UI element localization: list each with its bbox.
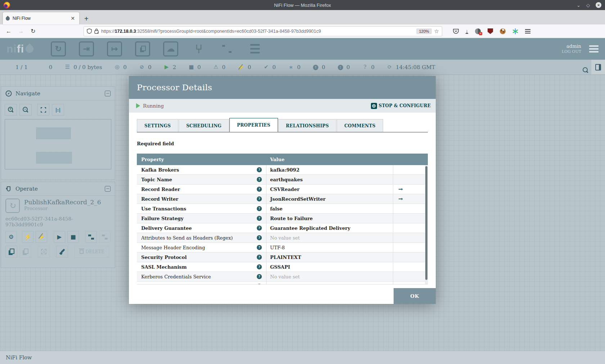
properties-table-body: Kafka Brokers?kafka:9092Topic Name?earth… <box>137 165 428 285</box>
collapse-operate-icon[interactable]: − <box>105 186 111 192</box>
dialog-tabs: SETTINGSSCHEDULINGPROPERTIESRELATIONSHIP… <box>137 119 428 132</box>
back-button[interactable]: ← <box>4 28 14 35</box>
tab-comments[interactable]: COMMENTS <box>337 119 383 132</box>
window-menu-chevron-icon[interactable]: ⌄ <box>577 3 581 8</box>
table-row[interactable]: Record Reader?CSVReader→ <box>137 185 428 194</box>
template-component-icon[interactable] <box>219 41 234 56</box>
change-color-button[interactable] <box>56 246 68 258</box>
window-restore-icon[interactable]: ◇ <box>586 3 590 8</box>
disable-button[interactable]: ⚡ <box>36 231 47 243</box>
zoom-out-button[interactable] <box>19 104 32 115</box>
trash-icon <box>80 250 84 254</box>
table-row[interactable]: Use Transactions?false <box>137 204 428 214</box>
help-icon[interactable]: ? <box>257 187 262 192</box>
table-row[interactable]: Attributes to Send as Headers (Regex)?No… <box>137 233 428 243</box>
help-icon[interactable]: ? <box>257 206 262 211</box>
table-row[interactable]: Kafka Brokers?kafka:9092 <box>137 165 428 175</box>
breadcrumb[interactable]: NiFi Flow <box>6 355 32 360</box>
cookie-extension-icon[interactable] <box>500 28 506 34</box>
status-item-running: ▶2 <box>163 64 176 70</box>
delete-button[interactable]: DELETE <box>75 246 109 258</box>
enable-button[interactable]: ⚡ <box>22 231 33 243</box>
table-row[interactable]: Delivery Guarantee?Guarantee Replicated … <box>137 223 428 233</box>
table-row[interactable]: Message Header Encoding?UTF-8 <box>137 243 428 252</box>
url-bar[interactable]: https://172.18.0.3:32558/nifi/?processGr… <box>84 26 442 36</box>
table-scrollbar-thumb[interactable] <box>425 166 427 280</box>
logout-link[interactable]: LOG OUT <box>562 49 581 55</box>
property-value: No value set <box>270 284 300 285</box>
input-port-component-icon[interactable]: ⇥ <box>79 41 94 56</box>
help-icon[interactable]: ? <box>257 284 262 285</box>
forward-button[interactable]: → <box>16 28 26 35</box>
table-row[interactable]: Topic Name?earthquakes <box>137 175 428 185</box>
help-icon[interactable]: ? <box>257 196 262 201</box>
table-row[interactable]: Kerberos Credentials Service?No value se… <box>137 272 428 282</box>
go-to-service-icon[interactable]: → <box>398 186 403 192</box>
zoom-level-badge[interactable]: 120% <box>416 28 431 34</box>
last-refresh-time: 14:45:08 GMT <box>396 64 435 70</box>
output-port-component-icon[interactable]: ↦ <box>107 41 122 56</box>
help-icon[interactable]: ? <box>257 177 262 182</box>
stop-button[interactable]: ■ <box>67 231 79 243</box>
birdseye-minimap[interactable] <box>5 119 111 169</box>
help-icon[interactable]: ? <box>257 235 262 240</box>
go-to-service-icon[interactable]: → <box>398 196 403 202</box>
help-icon[interactable]: ? <box>257 216 262 221</box>
help-icon[interactable]: ? <box>257 245 262 250</box>
processor-component-icon[interactable]: ↻ <box>51 41 66 56</box>
tab-close-icon[interactable]: ✕ <box>69 15 76 21</box>
new-tab-button[interactable]: + <box>79 15 94 24</box>
downloads-icon[interactable]: ↓ <box>466 29 468 34</box>
extension-asterisk-icon[interactable] <box>512 28 518 34</box>
window-close-icon[interactable]: × <box>596 2 601 8</box>
ok-button[interactable]: OK <box>394 288 436 304</box>
help-icon[interactable]: ? <box>257 226 262 231</box>
table-row[interactable]: Security Protocol?PLAINTEXT <box>137 252 428 262</box>
table-row[interactable]: SASL Mechanism?GSSAPI <box>137 262 428 272</box>
help-icon[interactable]: ? <box>257 255 262 260</box>
table-row-partial[interactable]: ?No value set <box>137 282 428 285</box>
configure-button[interactable]: ⚙ <box>5 231 17 243</box>
global-menu-icon[interactable] <box>589 45 599 53</box>
revert-version-button[interactable] <box>99 231 111 243</box>
save-template-button[interactable] <box>85 231 97 243</box>
start-button[interactable]: ▶ <box>54 231 65 243</box>
privacy-extension-icon[interactable] <box>475 28 481 34</box>
ublock-extension-icon[interactable] <box>488 28 493 34</box>
stop-icon: ■ <box>70 233 76 240</box>
tracking-shield-icon[interactable] <box>87 28 92 34</box>
property-value: Route to Failure <box>270 216 313 221</box>
play-icon: ▶ <box>57 233 62 240</box>
tab-scheduling[interactable]: SCHEDULING <box>179 119 229 132</box>
zoom-in-button[interactable] <box>5 104 17 115</box>
tab-settings[interactable]: SETTINGS <box>137 119 178 132</box>
help-icon[interactable]: ? <box>257 264 262 269</box>
copy-button[interactable] <box>5 246 17 258</box>
zoom-fit-button[interactable] <box>37 104 49 115</box>
table-row[interactable]: Failure Strategy?Route to Failure <box>137 214 428 223</box>
process-group-component-icon[interactable] <box>135 41 150 56</box>
group-button[interactable] <box>38 246 50 258</box>
remote-process-group-component-icon[interactable]: ☁ <box>163 41 178 56</box>
zoom-actual-button[interactable]: |:| <box>52 104 64 115</box>
status-item-transmitting: ◎0 <box>114 64 127 70</box>
browser-menu-icon[interactable] <box>525 29 530 33</box>
label-component-icon[interactable]: ☰ <box>247 41 263 56</box>
table-scrollbar[interactable] <box>425 165 428 284</box>
pocket-icon[interactable] <box>453 28 459 34</box>
refresh-icon[interactable]: ⟳ <box>387 64 393 70</box>
lock-warning-icon[interactable] <box>94 28 99 34</box>
collapse-navigate-icon[interactable]: − <box>105 91 111 96</box>
tab-properties[interactable]: PROPERTIES <box>229 118 278 132</box>
tab-relationships[interactable]: RELATIONSHIPS <box>278 119 336 132</box>
help-icon[interactable]: ? <box>257 167 262 172</box>
funnel-component-icon[interactable]: ⑂ <box>191 41 206 56</box>
sidebar-toggle-button[interactable] <box>591 60 605 74</box>
bookmark-star-icon[interactable]: ☆ <box>434 28 439 35</box>
stop-and-configure-button[interactable]: ⚙ STOP & CONFIGURE <box>371 103 431 109</box>
reload-button[interactable]: ↻ <box>28 28 38 35</box>
browser-tab[interactable]: NiFi Flow ✕ <box>3 12 79 24</box>
paste-button[interactable] <box>19 246 31 258</box>
table-row[interactable]: Record Writer?JsonRecordSetWriter→ <box>137 194 428 204</box>
help-icon[interactable]: ? <box>257 274 262 279</box>
